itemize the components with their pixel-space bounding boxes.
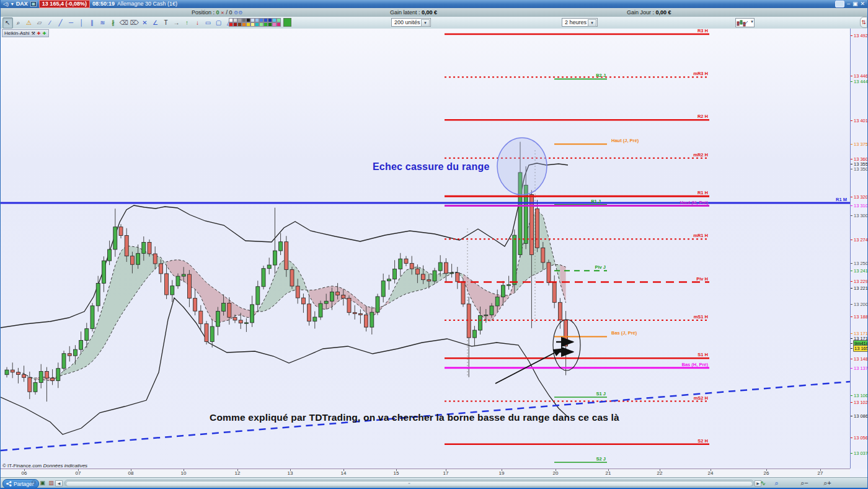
date-axis[interactable]: 06070810121314151719202122242627	[1, 469, 850, 478]
color-swatch[interactable]	[229, 22, 233, 27]
color-swatch[interactable]	[233, 22, 237, 27]
color-swatch[interactable]	[242, 18, 246, 22]
color-swatch[interactable]	[255, 22, 259, 27]
collapse-toolbar-button[interactable]: ◀	[55, 480, 63, 487]
order-panel-button[interactable]: ⇅	[860, 17, 867, 28]
price-axis[interactable]: 13 492,413 446,813 444,713 401,213 375,5…	[851, 29, 868, 469]
price-axis-label: 13 375,5	[851, 141, 868, 147]
orders-gear-icon[interactable]: ⚙⚙	[234, 10, 242, 16]
date-label: 27	[818, 470, 823, 476]
price-chart: R3 HmR3 HR2 JR2 HHaut (J, Pré)mR2 HR1 HR…	[1, 29, 850, 469]
position-status-row: Position : 0 ✕ / 0 ⚙⚙ Gain latent : 0,00…	[1, 8, 867, 17]
color-swatch[interactable]	[272, 22, 277, 27]
zoom-out-icon[interactable]: ⌕−	[799, 478, 810, 488]
horizontal-line-tool[interactable]: ─	[66, 17, 76, 29]
price-axis-label: 13 148,0	[851, 356, 868, 362]
market-depth-icon[interactable]: ▥	[47, 479, 55, 487]
segment-tool[interactable]: ∕	[45, 17, 55, 29]
level-label: S1 J	[596, 391, 606, 397]
color-swatch[interactable]	[255, 18, 259, 22]
delete-tool[interactable]: ⌫	[118, 17, 129, 29]
account-icon[interactable]: ⚇	[30, 479, 38, 487]
zoom-tool[interactable]: ⌕	[13, 17, 24, 29]
arrow-up-tool[interactable]: ↑	[182, 17, 192, 29]
chart-type-button[interactable]: ▼	[735, 18, 755, 27]
watchlist-grid-icon[interactable]: ▦	[30, 1, 37, 7]
date-label: 22	[657, 470, 663, 476]
angle-tool[interactable]: ∠	[150, 17, 161, 29]
color-swatch[interactable]	[264, 22, 268, 27]
color-swatch[interactable]	[250, 18, 255, 22]
timeframe-select[interactable]: 2 heures▼	[562, 18, 598, 27]
chevron-down-icon[interactable]: ▼	[588, 19, 596, 27]
chevron-down-icon[interactable]: ▼	[421, 19, 430, 27]
zoom-selection-icon[interactable]: ⌕	[771, 478, 782, 488]
level-label: Haut (H, Pré)	[680, 200, 709, 205]
chart-settings-icon[interactable]: ∿	[758, 478, 768, 488]
zoom-in-icon[interactable]: ⌕+	[822, 478, 833, 488]
monitor-icon[interactable]	[835, 1, 844, 7]
text-tool[interactable]: T	[161, 17, 171, 29]
parallel-lines-tool[interactable]: ∥	[87, 17, 97, 29]
restore-button[interactable]: ▣	[852, 1, 858, 7]
current-color-swatch[interactable]	[283, 18, 291, 27]
arrow-right-tool[interactable]: →	[171, 17, 182, 29]
color-swatch[interactable]	[237, 18, 242, 22]
add-indicator-icon[interactable]: ✚	[43, 30, 46, 37]
date-label: 08	[128, 470, 134, 476]
price-axis-label: 13 300	[851, 213, 868, 218]
minimize-button[interactable]: –	[847, 1, 850, 7]
polygon-tool[interactable]: ▢	[213, 17, 224, 29]
cursor-tool[interactable]: ↖	[2, 17, 13, 29]
color-swatch[interactable]	[246, 22, 250, 27]
color-swatch[interactable]	[272, 18, 277, 22]
price-axis-label: 13 056,8	[851, 435, 868, 441]
price-axis-label: 13 274,6	[851, 237, 868, 243]
chart-area[interactable]: R3 HmR3 HR2 JR2 HHaut (J, Pré)mR2 HR1 HR…	[1, 29, 851, 469]
chevron-down-icon[interactable]: ▼	[750, 20, 754, 24]
share-icon	[6, 481, 12, 487]
chevron-down-icon[interactable]: ▾	[11, 0, 14, 8]
screenshot-icon[interactable]: ▣	[38, 479, 46, 487]
remove-indicator-icon[interactable]: ✚	[37, 30, 41, 37]
price-axis-label: 13 165,4	[851, 346, 868, 351]
vertical-line-tool[interactable]: │	[76, 17, 87, 29]
units-select[interactable]: 200 unités▼	[391, 18, 431, 27]
eraser-tool[interactable]: ▱	[34, 17, 45, 29]
wrench-icon[interactable]: ⚒	[31, 30, 35, 37]
color-swatch[interactable]	[242, 22, 246, 27]
color-swatch[interactable]	[268, 22, 272, 27]
line-tool[interactable]: ╱	[55, 17, 66, 29]
arrow-down-tool[interactable]: ↓	[192, 17, 203, 29]
level-label: mR2 H	[693, 152, 708, 158]
rectangle-tool[interactable]: ▭	[203, 17, 213, 29]
color-swatch[interactable]	[259, 18, 264, 22]
delete-all-tool[interactable]: ⌦	[129, 17, 140, 29]
color-swatch[interactable]	[250, 22, 255, 27]
gain-jour-label: Gain Jour :	[627, 9, 654, 16]
scrollbar-thumb[interactable]: =	[66, 481, 753, 487]
color-swatch[interactable]	[233, 18, 237, 22]
color-swatch[interactable]	[264, 18, 268, 22]
color-swatch[interactable]	[237, 22, 242, 27]
color-swatch[interactable]	[277, 22, 281, 27]
date-label: 21	[606, 470, 611, 476]
speaker-icon[interactable]: ◁)	[3, 0, 9, 8]
crosshair-tool[interactable]: ✕	[140, 17, 150, 29]
close-position-icon[interactable]: ✕	[221, 11, 224, 15]
fibonacci-tool[interactable]: ≋	[97, 17, 108, 29]
position-qty: 0	[216, 9, 219, 16]
color-swatch[interactable]	[268, 18, 272, 22]
date-label: 24	[708, 470, 714, 476]
color-swatch[interactable]	[246, 18, 250, 22]
alert-tool[interactable]: ⚠	[24, 17, 34, 29]
color-swatch[interactable]	[277, 18, 281, 22]
horizontal-scrollbar[interactable]: =	[64, 480, 754, 487]
trend-channel-tool[interactable]: ∦	[108, 17, 118, 29]
indicator-chip[interactable]: Heikin-Ashi ⚒ ✚ ✚	[2, 29, 49, 37]
level-label: mR1 H	[693, 233, 708, 238]
close-button[interactable]: ✕	[860, 1, 865, 7]
color-swatch[interactable]	[229, 18, 233, 22]
gain-latent-value: 0,00 €	[422, 9, 437, 16]
color-swatch[interactable]	[259, 22, 264, 27]
